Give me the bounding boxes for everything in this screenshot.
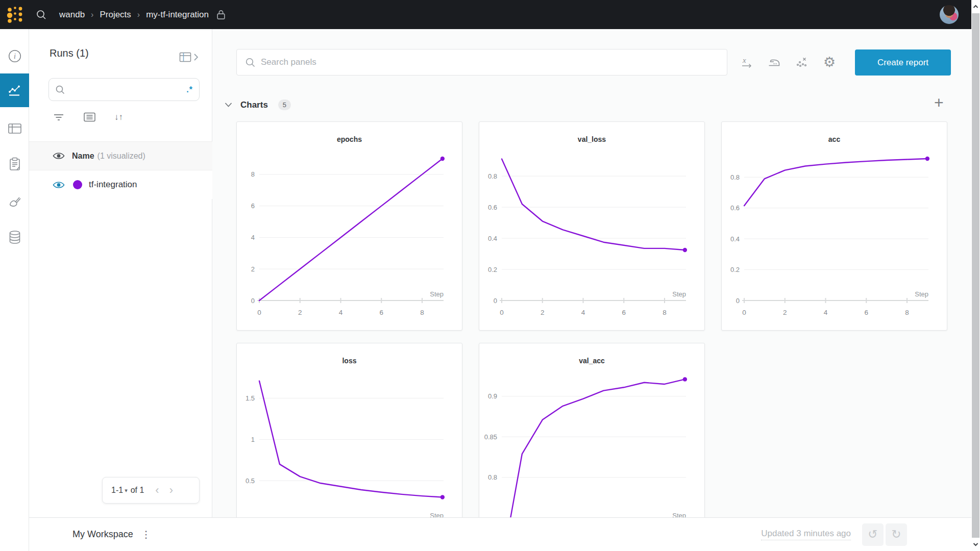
pagination-prev-button[interactable]: ‹ <box>155 485 159 496</box>
broom-icon <box>8 195 22 210</box>
breadcrumb-projects[interactable]: Projects <box>100 10 131 20</box>
svg-text:6: 6 <box>622 309 626 316</box>
info-icon: i <box>8 49 21 63</box>
svg-text:0.2: 0.2 <box>488 266 497 273</box>
run-row[interactable]: tf-integration <box>29 170 212 199</box>
svg-text:0: 0 <box>736 297 740 305</box>
runs-table-icon <box>179 52 191 63</box>
dropdown-caret-icon[interactable]: ▾ <box>125 487 128 494</box>
search-icon <box>55 85 65 95</box>
eye-icon[interactable] <box>53 152 65 160</box>
chart-plot: 00.20.40.60.802468Step <box>479 122 705 331</box>
svg-text:2: 2 <box>251 265 255 273</box>
scroll-up-arrow[interactable] <box>971 1 980 12</box>
svg-text:0.6: 0.6 <box>488 204 497 211</box>
svg-text:i: i <box>14 53 16 60</box>
svg-text:6: 6 <box>379 309 383 316</box>
breadcrumb-entity[interactable]: wandb <box>59 10 85 20</box>
chart-panel[interactable]: acc 00.20.40.60.802468Step <box>721 121 947 331</box>
history-buttons: ↺ ↻ <box>862 523 907 546</box>
create-report-button[interactable]: Create report <box>855 49 951 76</box>
charts-section-title: Charts <box>240 100 268 110</box>
sidebar-item-reports[interactable] <box>0 147 29 181</box>
runs-pagination: 1-1 ▾ of 1 ‹ › <box>102 477 200 504</box>
breadcrumb-separator-icon: › <box>91 10 93 19</box>
search-icon <box>245 57 256 68</box>
left-rail: i <box>0 29 29 551</box>
svg-text:8: 8 <box>420 309 424 316</box>
svg-text:0: 0 <box>251 297 255 305</box>
sidebar-item-workspace-charts[interactable] <box>0 73 29 107</box>
svg-text:2: 2 <box>541 309 545 316</box>
svg-text:0: 0 <box>500 309 504 316</box>
svg-text:4: 4 <box>824 309 828 316</box>
page-scrollbar <box>971 0 980 551</box>
svg-text:0: 0 <box>742 309 746 316</box>
charts-section-header: Charts 5 <box>223 99 291 110</box>
sort-icon[interactable]: ↓↑ <box>114 112 123 122</box>
avatar[interactable] <box>940 5 959 24</box>
svg-text:0.4: 0.4 <box>488 235 497 242</box>
smoothing-iron-icon[interactable] <box>765 53 783 71</box>
svg-text:0.9: 0.9 <box>488 392 497 400</box>
redo-button[interactable]: ↻ <box>886 523 907 546</box>
panel-search-input[interactable] <box>261 57 719 67</box>
svg-text:6: 6 <box>251 202 255 210</box>
global-search-icon[interactable] <box>36 9 47 20</box>
chart-panel[interactable]: epochs 0246802468Step <box>236 121 462 331</box>
updated-timestamp[interactable]: Updated 3 minutes ago <box>761 529 851 540</box>
x-axis-settings-icon[interactable]: x <box>738 53 756 71</box>
pagination-range[interactable]: 1-1 <box>111 486 123 495</box>
wandb-logo-icon[interactable] <box>6 6 24 24</box>
chart-panel[interactable]: val_loss 00.20.40.60.802468Step <box>479 121 705 331</box>
svg-text:Step: Step <box>915 290 928 298</box>
svg-text:0.2: 0.2 <box>730 266 740 273</box>
sidebar-item-artifacts[interactable] <box>0 220 29 254</box>
kebab-menu-icon[interactable]: ⋮ <box>141 529 151 540</box>
svg-text:0.8: 0.8 <box>488 473 497 481</box>
svg-text:4: 4 <box>581 309 585 316</box>
clipboard-icon <box>8 157 21 171</box>
runs-panel-title: Runs (1) <box>50 47 89 59</box>
undo-button[interactable]: ↺ <box>862 523 884 546</box>
chart-plot: 0246802468Step <box>237 122 463 331</box>
svg-text:Step: Step <box>672 290 686 298</box>
line-chart-icon <box>8 84 21 97</box>
svg-text:4: 4 <box>251 234 255 241</box>
run-visibility-eye-icon[interactable] <box>53 181 65 189</box>
runs-name-header[interactable]: Name (1 visualized) <box>29 141 212 170</box>
filter-icon[interactable] <box>53 112 65 122</box>
svg-text:6: 6 <box>864 309 868 316</box>
svg-text:0.8: 0.8 <box>488 172 497 180</box>
gear-icon[interactable]: ⚙ <box>820 53 839 71</box>
svg-text:0.4: 0.4 <box>730 235 740 243</box>
chart-plot: 00.20.40.60.802468Step <box>722 122 948 331</box>
database-icon <box>8 230 21 244</box>
pagination-next-button[interactable]: › <box>169 485 173 496</box>
breadcrumb: wandb › Projects › my-tf-integration <box>59 9 226 20</box>
sidebar-item-sweeps[interactable] <box>0 186 29 219</box>
runs-panel: Runs (1) .* <box>29 29 212 551</box>
scrollbar-thumb[interactable] <box>972 13 979 538</box>
chevron-down-icon[interactable] <box>223 100 234 110</box>
column-name-label: Name <box>72 152 94 161</box>
svg-text:2: 2 <box>298 309 302 316</box>
svg-text:8: 8 <box>905 309 909 316</box>
workspace-toolbar: x ⚙ <box>738 53 839 71</box>
sidebar-item-table[interactable] <box>0 112 29 145</box>
runs-search-input[interactable] <box>69 85 186 94</box>
scroll-down-arrow[interactable] <box>971 539 980 550</box>
topbar: wandb › Projects › my-tf-integration <box>0 0 980 29</box>
group-icon[interactable] <box>83 112 96 122</box>
run-color-dot <box>73 180 82 189</box>
add-panel-button[interactable]: + <box>934 94 944 111</box>
expand-runs-table-button[interactable] <box>179 52 199 63</box>
regex-toggle[interactable]: .* <box>186 85 193 94</box>
breadcrumb-project-name[interactable]: my-tf-integration <box>146 10 209 20</box>
workspace-selector[interactable]: My Workspace <box>72 529 133 540</box>
table-icon <box>8 122 22 135</box>
svg-text:0.5: 0.5 <box>246 477 255 485</box>
svg-text:0: 0 <box>494 297 497 305</box>
outliers-icon[interactable] <box>793 53 811 71</box>
sidebar-item-overview[interactable]: i <box>0 39 29 73</box>
